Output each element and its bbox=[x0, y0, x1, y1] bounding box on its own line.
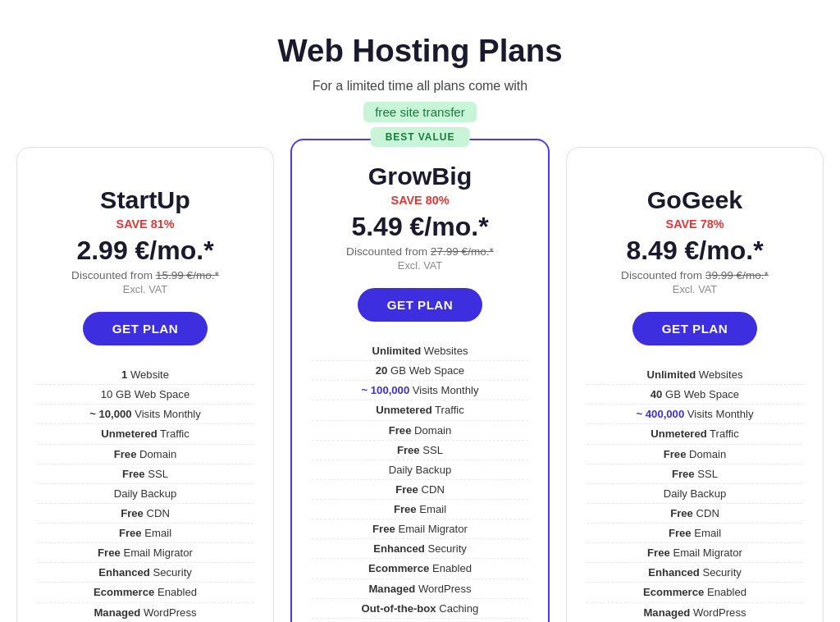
plans-container: StartUp SAVE 81% 2.99 €/mo.* Discounted … bbox=[16, 147, 824, 622]
get-plan-button[interactable]: GET PLAN bbox=[632, 312, 757, 345]
excl-vat: Excl. VAT bbox=[37, 283, 253, 295]
feature-item: Free Email Migrator bbox=[37, 543, 253, 563]
feature-item: Ecommerce Enabled bbox=[312, 559, 528, 579]
feature-item: 40 GB Web Space bbox=[587, 385, 803, 405]
feature-item: ~ 400,000 Visits Monthly bbox=[587, 405, 803, 424]
feature-item: Ecommerce Enabled bbox=[37, 583, 253, 602]
plan-card-growbig: BEST VALUE GrowBig SAVE 80% 5.49 €/mo.* … bbox=[290, 139, 550, 622]
plan-name: GrowBig bbox=[312, 162, 528, 190]
feature-item: Out-of-the-box Caching bbox=[312, 599, 528, 619]
plan-price: 2.99 €/mo.* bbox=[37, 236, 253, 266]
features-list: Unlimited Websites40 GB Web Space~ 400,0… bbox=[587, 365, 803, 622]
page-title: Web Hosting Plans bbox=[16, 33, 824, 69]
feature-item: Free SSL bbox=[37, 464, 253, 484]
get-plan-button[interactable]: GET PLAN bbox=[83, 312, 208, 345]
plan-card-startup: StartUp SAVE 81% 2.99 €/mo.* Discounted … bbox=[16, 147, 274, 622]
feature-item: 20 GB Web Space bbox=[312, 361, 528, 381]
feature-item: Free CDN bbox=[587, 504, 803, 524]
feature-item: Enhanced Security bbox=[312, 539, 528, 559]
feature-item: Managed WordPress bbox=[37, 603, 253, 623]
page-header: Web Hosting Plans For a limited time all… bbox=[16, 33, 824, 122]
plan-price: 5.49 €/mo.* bbox=[312, 212, 528, 242]
feature-item: Unlimited Websites bbox=[312, 341, 528, 361]
feature-item: Free Email bbox=[587, 524, 803, 543]
excl-vat: Excl. VAT bbox=[312, 259, 528, 272]
feature-item: Daily Backup bbox=[312, 460, 528, 480]
page-subtitle: For a limited time all plans come with bbox=[16, 79, 824, 94]
free-transfer-badge: free site transfer bbox=[363, 102, 477, 122]
plan-card-gogeek: GoGeek SAVE 78% 8.49 €/mo.* Discounted f… bbox=[566, 147, 824, 622]
feature-item: Free CDN bbox=[312, 480, 528, 500]
feature-item: Ecommerce Enabled bbox=[587, 583, 803, 602]
save-badge: SAVE 80% bbox=[312, 194, 528, 207]
plan-price: 8.49 €/mo.* bbox=[587, 236, 803, 266]
features-list: Unlimited Websites20 GB Web Space~ 100,0… bbox=[312, 341, 528, 622]
feature-item: Unlimited Websites bbox=[587, 365, 803, 385]
feature-item: Free Domain bbox=[587, 445, 803, 464]
plan-name: StartUp bbox=[37, 185, 253, 214]
feature-item: Free Email bbox=[37, 524, 253, 543]
save-badge: SAVE 81% bbox=[37, 217, 253, 231]
original-price: Discounted from 27.99 €/mo.* bbox=[312, 245, 528, 258]
feature-item: ~ 100,000 Visits Monthly bbox=[312, 381, 528, 400]
feature-item: Daily Backup bbox=[37, 484, 253, 504]
feature-item: ~ 10,000 Visits Monthly bbox=[37, 405, 253, 424]
feature-item: Free SSL bbox=[312, 441, 528, 460]
feature-item: Daily Backup bbox=[587, 484, 803, 504]
feature-item: Free CDN bbox=[37, 504, 253, 524]
feature-item: Free Email Migrator bbox=[312, 519, 528, 539]
excl-vat: Excl. VAT bbox=[587, 283, 803, 295]
feature-item: Free SSL bbox=[587, 464, 803, 484]
feature-item: 1 Website bbox=[37, 365, 253, 385]
feature-item: 10 GB Web Space bbox=[37, 385, 253, 405]
original-price: Discounted from 39.99 €/mo.* bbox=[587, 269, 803, 281]
original-price: Discounted from 15.99 €/mo.* bbox=[37, 269, 253, 281]
feature-item: Enhanced Security bbox=[587, 563, 803, 583]
feature-item: Managed WordPress bbox=[587, 603, 803, 623]
feature-item: Free Email bbox=[312, 500, 528, 519]
feature-item: Unmetered Traffic bbox=[312, 400, 528, 420]
feature-item: Unmetered Traffic bbox=[587, 424, 803, 444]
feature-item: Free Domain bbox=[312, 421, 528, 441]
feature-item: Enhanced Security bbox=[37, 563, 253, 583]
plan-name: GoGeek bbox=[587, 185, 803, 214]
get-plan-button[interactable]: GET PLAN bbox=[358, 288, 482, 322]
feature-item: Free Email Migrator bbox=[587, 543, 803, 563]
feature-item: Unmetered Traffic bbox=[37, 424, 253, 444]
feature-item: Unlimited Databases bbox=[312, 619, 528, 622]
page-wrapper: Web Hosting Plans For a limited time all… bbox=[0, 0, 840, 622]
best-value-badge: BEST VALUE bbox=[371, 127, 470, 147]
feature-item: Managed WordPress bbox=[312, 579, 528, 599]
save-badge: SAVE 78% bbox=[587, 217, 803, 231]
features-list: 1 Website10 GB Web Space~ 10,000 Visits … bbox=[37, 365, 253, 622]
feature-item: Free Domain bbox=[37, 445, 253, 464]
